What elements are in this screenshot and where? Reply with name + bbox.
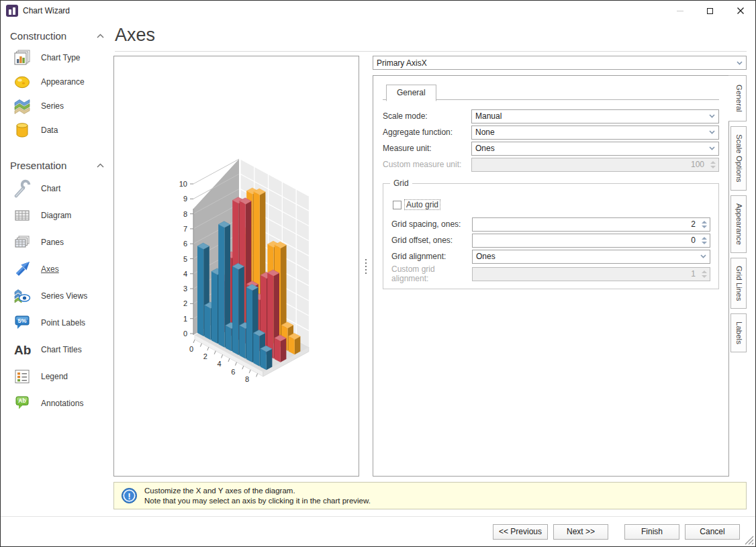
custom-grid-alignment-row: Custom grid alignment: 1 — [391, 264, 710, 281]
custom-grid-alignment-value: 1 — [691, 269, 696, 279]
page-title: Axes — [115, 25, 755, 46]
vtab-appearance[interactable]: Appearance — [730, 195, 747, 253]
grid-groupbox: Grid Auto grid Grid spacing, ones: 2 — [383, 183, 719, 289]
aggregate-function-value: None — [475, 128, 495, 137]
sidebar-item-chart-titles[interactable]: Ab Chart Titles — [1, 336, 113, 363]
sidebar-item-data[interactable]: Data — [1, 118, 113, 142]
sidebar-item-chart-type[interactable]: Chart Type — [1, 46, 113, 70]
splitter-dots-icon — [365, 259, 367, 274]
footer-bar: << Previous Next >> Finish Cancel — [1, 516, 755, 546]
spinner-arrows-icon[interactable] — [699, 219, 709, 230]
section-presentation[interactable]: Presentation — [1, 142, 113, 175]
spinner-arrows-icon[interactable] — [699, 235, 709, 246]
chevron-up-icon — [97, 163, 104, 168]
panes-icon — [13, 233, 32, 252]
cancel-button[interactable]: Cancel — [685, 524, 740, 540]
next-button[interactable]: Next >> — [553, 524, 608, 540]
grid-offset-row: Grid offset, ones: 0 — [391, 232, 710, 248]
grid-alignment-combo[interactable]: Ones — [472, 250, 710, 264]
appearance-icon — [13, 72, 32, 91]
svg-text:1: 1 — [183, 315, 187, 323]
scale-mode-label: Scale mode: — [383, 111, 471, 121]
grid-spacing-spinner[interactable]: 2 — [472, 217, 710, 232]
svg-text:6: 6 — [183, 240, 187, 248]
sidebar-item-series-views[interactable]: Series Views — [1, 283, 113, 309]
splitter-handle[interactable] — [359, 56, 373, 477]
aggregate-function-row: Aggregate function: None — [383, 124, 719, 140]
maximize-icon — [707, 8, 713, 14]
annotations-icon: Ab — [13, 394, 32, 413]
svg-text:4: 4 — [217, 360, 221, 368]
grid-offset-spinner[interactable]: 0 — [472, 234, 710, 248]
chevron-down-icon — [698, 251, 709, 262]
grid-spacing-row: Grid spacing, ones: 2 — [391, 216, 710, 232]
scale-mode-value: Manual — [475, 111, 502, 121]
spinner-arrows-icon — [708, 159, 718, 170]
finish-button[interactable]: Finish — [624, 524, 679, 540]
wrench-icon — [13, 179, 32, 198]
measure-unit-combo[interactable]: Ones — [471, 142, 719, 156]
svg-text:0: 0 — [189, 345, 193, 353]
chart-preview-svg[interactable]: 01234567891002468 — [114, 56, 359, 476]
axis-selector-combo[interactable]: Primary AxisX — [373, 56, 747, 70]
svg-text:8: 8 — [245, 375, 249, 383]
sidebar-item-label: Data — [41, 126, 58, 135]
chart-preview-panel[interactable]: 01234567891002468 — [113, 56, 359, 477]
grid-offset-value: 0 — [691, 236, 696, 245]
series-views-icon — [13, 287, 32, 305]
sidebar-item-point-labels[interactable]: 5% Point Labels — [1, 309, 113, 336]
window-title: Chart Wizard — [23, 6, 70, 15]
grid-groupbox-label: Grid — [390, 179, 412, 188]
sidebar-item-axes[interactable]: Axes — [1, 256, 113, 283]
scale-mode-row: Scale mode: Manual — [383, 108, 719, 124]
section-label: Construction — [10, 30, 66, 42]
svg-text:2: 2 — [183, 299, 187, 307]
vtab-scale-options[interactable]: Scale Options — [730, 126, 747, 191]
previous-button[interactable]: << Previous — [493, 524, 548, 540]
sidebar-item-appearance[interactable]: Appearance — [1, 70, 113, 94]
maximize-button[interactable] — [695, 1, 725, 21]
sidebar-item-label: Panes — [41, 238, 64, 247]
chevron-down-icon — [706, 111, 718, 122]
sidebar-item-panes[interactable]: Panes — [1, 229, 113, 256]
minimize-icon — [677, 11, 683, 11]
svg-text:8: 8 — [183, 210, 187, 218]
grid-alignment-row: Grid alignment: Ones — [391, 248, 710, 264]
close-icon — [737, 7, 745, 15]
svg-text:Ab: Ab — [14, 343, 31, 357]
scale-mode-combo[interactable]: Manual — [471, 109, 719, 123]
sidebar-item-label: Axes — [41, 264, 59, 274]
minimize-button[interactable] — [665, 1, 695, 21]
aggregate-function-label: Aggregate function: — [383, 128, 471, 137]
sidebar-item-chart[interactable]: Chart — [1, 175, 113, 202]
auto-grid-label[interactable]: Auto grid — [405, 200, 440, 209]
vtab-grid-lines[interactable]: Grid Lines — [730, 258, 747, 309]
info-line-1: Customize the X and Y axes of the diagra… — [144, 486, 371, 496]
grid-alignment-label: Grid alignment: — [391, 252, 472, 261]
grid-alignment-value: Ones — [476, 252, 495, 261]
sidebar-item-annotations[interactable]: Ab Annotations — [1, 390, 113, 417]
chart-wizard-dialog: Chart Wizard Construction — [0, 0, 756, 547]
aggregate-function-combo[interactable]: None — [471, 126, 719, 140]
close-button[interactable] — [725, 1, 755, 21]
sidebar-item-series[interactable]: Series — [1, 94, 113, 118]
measure-unit-row: Measure unit: Ones — [383, 140, 719, 156]
vtab-general[interactable]: General — [728, 75, 747, 121]
sidebar-item-label: Series — [41, 101, 64, 111]
section-construction[interactable]: Construction — [1, 21, 113, 46]
axis-selector-value: Primary AxisX — [377, 58, 427, 68]
vertical-tab-strip: General Scale Options Appearance Grid Li… — [729, 75, 747, 477]
title-divider — [115, 51, 747, 52]
svg-text:6: 6 — [231, 368, 235, 376]
auto-grid-checkbox[interactable] — [393, 201, 401, 209]
resize-grip[interactable] — [745, 536, 754, 545]
svg-text:9: 9 — [183, 195, 187, 203]
sidebar-item-legend[interactable]: Legend — [1, 363, 113, 390]
tab-general[interactable]: General — [386, 85, 436, 101]
sidebar-item-diagram[interactable]: Diagram — [1, 202, 113, 229]
custom-measure-unit-label: Custom measure unit: — [383, 160, 471, 169]
info-icon: ! — [121, 487, 138, 504]
sidebar-item-label: Point Labels — [41, 318, 85, 328]
vtab-labels[interactable]: Labels — [730, 313, 747, 352]
sidebar-item-label: Chart — [41, 184, 60, 193]
